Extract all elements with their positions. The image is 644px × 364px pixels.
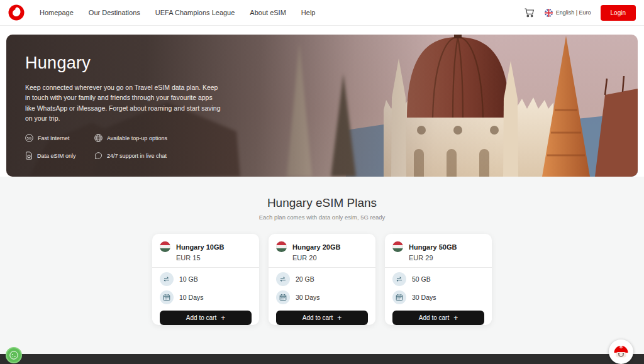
plan-data-amount: 50 GB xyxy=(412,275,431,283)
top-navigation-bar: Homepage Our Destinations UEFA Champions… xyxy=(0,0,644,26)
duration-badge xyxy=(392,290,406,304)
plan-cards: Hungary 10GB EUR 15 10 GB xyxy=(0,234,644,325)
add-to-cart-label: Add to cart xyxy=(303,314,333,321)
svg-text:5G: 5G xyxy=(27,136,31,140)
feature-label: 24/7 support in live chat xyxy=(107,153,167,159)
add-to-cart-label: Add to cart xyxy=(186,314,216,321)
duration-badge xyxy=(160,290,174,304)
footer-strip xyxy=(0,354,644,364)
duration-badge xyxy=(276,290,290,304)
card-divider xyxy=(152,267,259,268)
feature-label: Fast Internet xyxy=(38,135,70,141)
plan-card-10gb: Hungary 10GB EUR 15 10 GB xyxy=(152,234,259,325)
main-nav: Homepage Our Destinations UEFA Champions… xyxy=(40,9,315,16)
plan-name: Hungary 50GB xyxy=(409,243,457,251)
plan-data-row: 50 GB xyxy=(392,272,484,286)
plan-duration-row: 30 Days xyxy=(392,290,484,304)
calendar-icon xyxy=(396,294,403,301)
data-badge xyxy=(392,272,406,286)
data-transfer-icon xyxy=(396,275,403,283)
calendar-icon xyxy=(279,294,287,301)
data-badge xyxy=(160,272,174,286)
plan-name: Hungary 10GB xyxy=(176,243,224,251)
nav-item-uefa-champions-league[interactable]: UEFA Champions League xyxy=(155,9,235,16)
nav-item-about-esim[interactable]: About eSIM xyxy=(250,9,286,16)
plan-data-amount: 10 GB xyxy=(179,275,198,283)
plan-card-20gb: Hungary 20GB EUR 20 20 GB xyxy=(269,234,375,325)
hero-content: Hungary Keep connected wherever you go o… xyxy=(25,35,233,160)
tobi-robot-icon xyxy=(612,343,630,361)
plan-card-head: Hungary 50GB xyxy=(392,241,484,252)
hungary-flag-icon xyxy=(160,241,170,252)
plan-data-row: 20 GB xyxy=(276,272,368,286)
plan-duration: 30 Days xyxy=(296,294,320,301)
plus-icon: + xyxy=(337,314,341,322)
data-badge xyxy=(276,272,290,286)
vodafone-logo-icon[interactable] xyxy=(8,4,25,21)
plans-title: Hungary eSIM Plans xyxy=(0,177,644,210)
hungary-flag-icon xyxy=(276,241,287,252)
hero-feature-list: 5G Fast Internet Available top-up option… xyxy=(25,134,233,160)
plans-subtitle: Each plan comes with data only esim, 5G … xyxy=(0,214,644,221)
plan-price: EUR 29 xyxy=(409,254,484,262)
plan-duration-row: 30 Days xyxy=(276,290,368,304)
hungary-flag-icon xyxy=(392,241,403,252)
accessibility-icon xyxy=(9,350,19,360)
plan-card-head: Hungary 10GB xyxy=(160,241,252,252)
nav-item-our-destinations[interactable]: Our Destinations xyxy=(89,9,140,16)
language-currency-selector[interactable]: English | Euro xyxy=(545,9,591,17)
plan-price: EUR 20 xyxy=(292,254,368,262)
plan-price: EUR 15 xyxy=(176,254,252,262)
calendar-icon xyxy=(163,294,170,301)
card-divider xyxy=(269,267,375,268)
feature-data-esim-only: Data eSIM only xyxy=(25,152,92,160)
language-label: English | Euro xyxy=(556,9,591,16)
hero-banner: Hungary Keep connected wherever you go o… xyxy=(6,35,638,177)
card-divider xyxy=(385,267,492,268)
plan-data-row: 10 GB xyxy=(160,272,252,286)
plan-card-50gb: Hungary 50GB EUR 29 50 GB xyxy=(385,234,492,325)
plan-card-head: Hungary 20GB xyxy=(276,241,368,252)
5g-icon: 5G xyxy=(25,134,33,142)
chatbot-tobi-button[interactable] xyxy=(609,339,633,364)
plus-icon: + xyxy=(221,314,225,322)
chat-icon xyxy=(94,152,103,160)
plan-duration: 10 Days xyxy=(179,294,204,301)
feature-label: Available top-up options xyxy=(107,135,167,141)
plans-section: Hungary eSIM Plans Each plan comes with … xyxy=(0,177,644,354)
plan-data-amount: 20 GB xyxy=(296,275,314,283)
globe-icon xyxy=(94,134,103,142)
feature-label: Data eSIM only xyxy=(37,153,76,159)
nav-item-homepage[interactable]: Homepage xyxy=(40,9,74,16)
feature-fast-internet: 5G Fast Internet xyxy=(25,134,92,142)
plan-duration: 30 Days xyxy=(412,294,436,301)
hero-description: Keep connected wherever you go on Travel… xyxy=(25,82,221,123)
login-button[interactable]: Login xyxy=(601,5,636,21)
plan-name: Hungary 20GB xyxy=(292,243,340,251)
add-to-cart-label: Add to cart xyxy=(419,314,449,321)
add-to-cart-button[interactable]: Add to cart + xyxy=(392,311,484,325)
nav-item-help[interactable]: Help xyxy=(301,9,316,16)
add-to-cart-button[interactable]: Add to cart + xyxy=(276,311,368,325)
data-transfer-icon xyxy=(163,275,170,283)
uk-flag-icon xyxy=(545,9,553,17)
sim-icon xyxy=(25,152,33,160)
cart-icon[interactable] xyxy=(524,7,535,18)
accessibility-widget-button[interactable] xyxy=(6,347,22,363)
header-right: English | Euro Login xyxy=(524,5,636,21)
add-to-cart-button[interactable]: Add to cart + xyxy=(160,311,252,325)
page-title: Hungary xyxy=(25,53,233,73)
data-transfer-icon xyxy=(279,275,287,283)
feature-topup-options: Available top-up options xyxy=(94,134,233,142)
plus-icon: + xyxy=(453,314,458,322)
feature-live-chat-support: 24/7 support in live chat xyxy=(94,152,233,160)
plan-duration-row: 10 Days xyxy=(160,290,252,304)
